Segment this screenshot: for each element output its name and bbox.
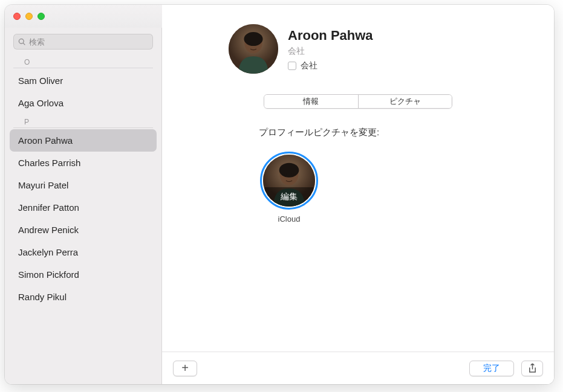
search-icon xyxy=(18,38,26,46)
list-item[interactable]: Aroon Pahwa xyxy=(10,129,157,152)
svg-point-8 xyxy=(284,173,287,175)
edit-overlay[interactable]: 編集 xyxy=(263,187,315,207)
list-item[interactable]: Aga Orlova xyxy=(5,92,161,114)
share-button[interactable] xyxy=(521,361,543,376)
svg-point-7 xyxy=(279,163,299,178)
main-content: Aroon Pahwa 会社 会社 情報 ピクチャ プロフィールピクチャを変更: xyxy=(162,5,554,384)
svg-point-9 xyxy=(291,173,294,175)
list-item[interactable]: Mayuri Patel xyxy=(5,174,161,196)
company-checkbox-label: 会社 xyxy=(301,60,317,71)
tabs-segmented: 情報 ピクチャ xyxy=(264,94,452,109)
company-placeholder[interactable]: 会社 xyxy=(288,46,373,57)
contacts-list-o: Sam Oliver Aga Orlova xyxy=(5,68,161,114)
minimize-button[interactable] xyxy=(25,13,33,20)
svg-point-4 xyxy=(256,42,258,44)
picture-source-caption: iCloud xyxy=(278,214,301,223)
list-item[interactable]: Sam Oliver xyxy=(5,69,161,92)
done-button[interactable]: 完了 xyxy=(469,361,514,376)
section-header-p: P xyxy=(13,114,153,128)
list-item[interactable]: Jackelyn Perra xyxy=(5,241,161,263)
avatar[interactable] xyxy=(229,24,278,74)
section-header-o: O xyxy=(13,54,153,68)
picture-thumbnail: 編集 xyxy=(263,155,315,207)
search-input[interactable] xyxy=(29,37,148,47)
picture-editor: 編集 iCloud xyxy=(259,152,319,223)
tab-info[interactable]: 情報 xyxy=(264,95,359,108)
search-field[interactable] xyxy=(13,34,153,50)
add-button[interactable]: + xyxy=(173,361,197,376)
list-item[interactable]: Andrew Penick xyxy=(5,219,161,241)
avatar-image xyxy=(229,24,278,74)
contact-name[interactable]: Aroon Pahwa xyxy=(288,28,373,43)
picture-section-title: プロフィールピクチャを変更: xyxy=(259,127,554,138)
tab-picture[interactable]: ピクチャ xyxy=(359,95,452,108)
window-controls xyxy=(13,13,45,20)
picture-selector[interactable]: 編集 xyxy=(260,152,318,210)
contact-header: Aroon Pahwa 会社 会社 xyxy=(162,5,554,83)
list-item[interactable]: Charles Parrish xyxy=(5,152,161,174)
svg-point-3 xyxy=(249,42,251,44)
sidebar: O Sam Oliver Aga Orlova P Aroon Pahwa Ch… xyxy=(5,5,162,384)
svg-point-2 xyxy=(244,32,262,46)
footer-toolbar: + 完了 xyxy=(162,352,554,384)
close-button[interactable] xyxy=(13,13,21,20)
contacts-window: O Sam Oliver Aga Orlova P Aroon Pahwa Ch… xyxy=(5,5,554,384)
list-item[interactable]: Jennifer Patton xyxy=(5,196,161,219)
maximize-button[interactable] xyxy=(37,13,45,20)
titlebar xyxy=(5,5,162,28)
name-block: Aroon Pahwa 会社 会社 xyxy=(288,24,373,71)
company-checkbox[interactable] xyxy=(288,62,296,70)
plus-icon: + xyxy=(181,361,189,375)
list-item[interactable]: Simon Pickford xyxy=(5,263,161,286)
search-wrap xyxy=(5,30,161,54)
company-checkbox-row: 会社 xyxy=(288,60,373,71)
share-icon xyxy=(528,363,537,373)
list-item[interactable]: Randy Pikul xyxy=(5,286,161,308)
contacts-list-p: Aroon Pahwa Charles Parrish Mayuri Patel… xyxy=(5,128,161,308)
window-body: O Sam Oliver Aga Orlova P Aroon Pahwa Ch… xyxy=(5,5,554,384)
